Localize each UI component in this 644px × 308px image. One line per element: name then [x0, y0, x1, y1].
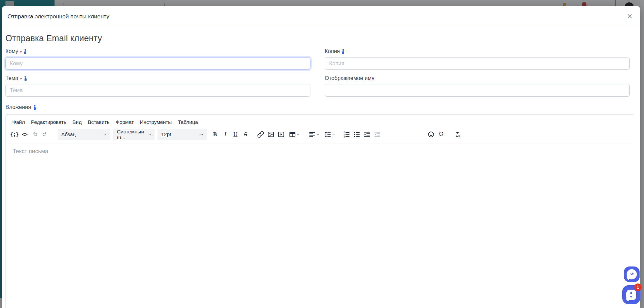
- editor-placeholder: Текст письма: [13, 148, 627, 155]
- menu-format[interactable]: Формат: [112, 117, 137, 127]
- chat-dot: [630, 292, 632, 294]
- attachments-label: Вложения: [5, 104, 31, 110]
- cc-label: Копия: [325, 48, 340, 54]
- link-icon[interactable]: [256, 129, 266, 140]
- email-form: Кому * Копия Тема *: [5, 48, 635, 102]
- underline-icon[interactable]: U: [230, 129, 241, 140]
- to-label: Кому: [5, 48, 18, 54]
- field-cc: Копия: [325, 48, 630, 70]
- ordered-list-icon[interactable]: 123: [341, 129, 352, 140]
- menu-table[interactable]: Таблица: [175, 117, 201, 127]
- modal-header: Отправка электронной почты клиенту ×: [2, 6, 640, 27]
- rich-text-editor: Файл Редактировать Вид Вставить Формат И…: [5, 114, 634, 308]
- close-icon[interactable]: ×: [627, 12, 632, 21]
- code-sample-glyph: {;}: [10, 131, 18, 137]
- toolbar-group-format: B I U S: [210, 129, 251, 140]
- menu-insert[interactable]: Вставить: [85, 117, 113, 127]
- to-label-row: Кому *: [5, 48, 310, 54]
- italic-glyph: I: [224, 131, 226, 138]
- chevron-down-icon: [200, 132, 204, 136]
- paragraph-style-value: Абзац: [61, 131, 76, 137]
- emoji-icon[interactable]: [426, 129, 436, 140]
- redo-icon[interactable]: [40, 129, 50, 140]
- chevron-down-icon: [149, 132, 152, 136]
- field-display-name: Отображаемое имя: [325, 75, 630, 97]
- chat-icon: [626, 290, 636, 300]
- display-name-label-row: Отображаемое имя: [325, 75, 630, 81]
- menu-tools[interactable]: Инструменты: [137, 117, 175, 127]
- special-character-icon[interactable]: Ω: [436, 129, 446, 140]
- chevron-down-icon: [104, 132, 107, 136]
- align-icon[interactable]: [306, 129, 322, 140]
- toolbar-group-dropdowns: Абзац Системный ш... 12pt: [58, 129, 207, 140]
- page-title: Отправка Email клиенту: [5, 33, 635, 43]
- subject-label: Тема: [5, 75, 18, 81]
- modal-body: Отправка Email клиенту Кому * Копия: [2, 27, 640, 308]
- chat-widget-button[interactable]: 1: [622, 285, 640, 304]
- bold-glyph: B: [213, 131, 217, 138]
- field-subject: Тема *: [5, 75, 310, 97]
- menu-view[interactable]: Вид: [70, 117, 85, 127]
- display-name-label: Отображаемое имя: [325, 75, 374, 81]
- chevron-down-icon: [296, 133, 300, 136]
- table-icon[interactable]: [286, 129, 302, 140]
- italic-icon[interactable]: I: [220, 129, 230, 140]
- line-height-icon[interactable]: [322, 129, 337, 140]
- underline-glyph: U: [233, 131, 237, 137]
- toolbar-group-lists: 123: [341, 129, 382, 140]
- bullet-list-icon[interactable]: [352, 129, 362, 140]
- info-icon[interactable]: [34, 105, 36, 110]
- media-icon[interactable]: [276, 129, 286, 140]
- required-marker: *: [20, 49, 22, 55]
- cc-label-row: Копия: [325, 48, 630, 54]
- subject-label-row: Тема *: [5, 75, 310, 81]
- strikethrough-icon[interactable]: S: [241, 129, 251, 140]
- display-name-input[interactable]: [325, 84, 630, 97]
- toolbar-group-insert: [256, 129, 302, 140]
- info-icon[interactable]: [342, 49, 344, 54]
- to-input[interactable]: [5, 57, 310, 70]
- chevron-down-icon: [316, 133, 320, 136]
- strikethrough-glyph: S: [244, 131, 247, 137]
- info-icon[interactable]: [25, 76, 27, 81]
- info-icon[interactable]: [24, 49, 26, 54]
- clear-formatting-icon[interactable]: [453, 129, 463, 140]
- source-code-icon[interactable]: <>: [19, 129, 30, 140]
- source-code-glyph: <>: [22, 131, 27, 137]
- editor-menubar: Файл Редактировать Вид Вставить Формат И…: [6, 115, 634, 127]
- chat-dot: [630, 296, 632, 298]
- viber-icon: [627, 269, 637, 279]
- indent-icon[interactable]: [362, 129, 372, 140]
- font-size-value: 12pt: [161, 131, 171, 137]
- paragraph-style-dropdown[interactable]: Абзац: [58, 129, 110, 140]
- menu-file[interactable]: Файл: [9, 117, 28, 127]
- cc-input[interactable]: [325, 57, 630, 70]
- toolbar-group-code: {;} <>: [9, 129, 50, 140]
- subject-input[interactable]: [5, 84, 310, 97]
- font-size-dropdown[interactable]: 12pt: [157, 129, 207, 140]
- toolbar-group-symbols: Ω: [426, 129, 446, 140]
- undo-icon[interactable]: [30, 129, 40, 140]
- editor-content-area[interactable]: Текст письма: [6, 142, 634, 308]
- send-email-modal: Отправка электронной почты клиенту × Отп…: [2, 6, 640, 308]
- outdent-icon[interactable]: [372, 129, 382, 140]
- bold-icon[interactable]: B: [210, 129, 220, 140]
- font-family-value: Системный ш...: [117, 129, 149, 140]
- image-icon[interactable]: [266, 129, 276, 140]
- chat-unread-badge: 1: [634, 283, 642, 291]
- toolbar-group-clear: [453, 129, 463, 140]
- field-to: Кому *: [5, 48, 310, 70]
- viber-button[interactable]: [624, 266, 640, 282]
- menu-edit[interactable]: Редактировать: [28, 117, 70, 127]
- chevron-down-icon: [332, 133, 335, 136]
- attachments-row: Вложения: [5, 104, 635, 110]
- font-family-dropdown[interactable]: Системный ш...: [113, 129, 155, 140]
- modal-title: Отправка электронной почты клиенту: [7, 13, 109, 20]
- required-marker: *: [20, 76, 22, 82]
- omega-glyph: Ω: [439, 131, 443, 138]
- code-sample-icon[interactable]: {;}: [9, 129, 19, 140]
- svg-text:3: 3: [343, 135, 345, 138]
- toolbar-group-align: [306, 129, 337, 140]
- editor-toolbar: {;} <> Абзац Системный ш...: [6, 127, 634, 142]
